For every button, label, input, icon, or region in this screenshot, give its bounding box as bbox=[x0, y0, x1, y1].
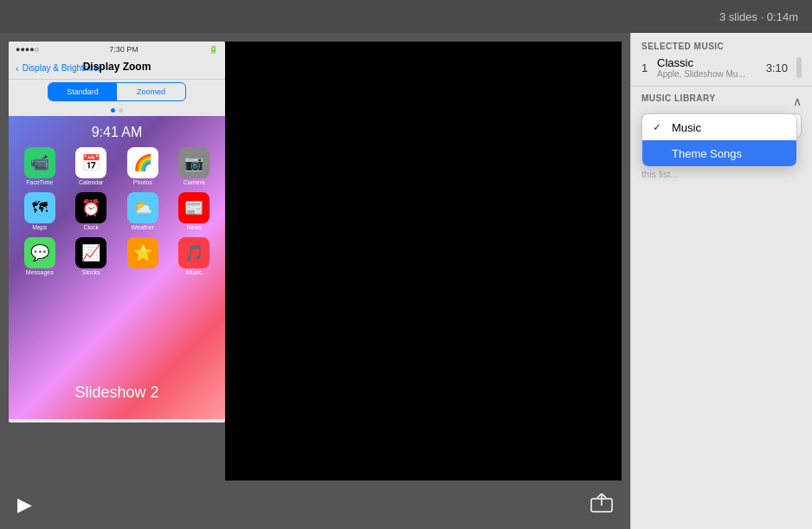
track-subtitle: Apple, Slideshow Mu... bbox=[657, 69, 761, 79]
track-number: 1 bbox=[641, 61, 652, 74]
app-grid: 📹 FaceTime 📅 Calendar 🌈 Photos 📷 bbox=[14, 144, 220, 279]
video-container: ●●●●○ 7:30 PM 🔋 ‹ Display & Brightness D… bbox=[0, 33, 630, 481]
app-clock: ⏰ Clock bbox=[69, 192, 114, 230]
dropdown-option-theme-songs[interactable]: Theme Songs bbox=[642, 140, 796, 166]
track-duration: 3:10 bbox=[766, 61, 788, 74]
dropdown-option-music[interactable]: ✓ Music bbox=[642, 114, 796, 140]
dot-1 bbox=[111, 108, 115, 113]
track-name: Classic bbox=[657, 56, 761, 69]
main-area: ●●●●○ 7:30 PM 🔋 ‹ Display & Brightness D… bbox=[0, 33, 812, 529]
app-messages: 💬 Messages bbox=[17, 237, 62, 275]
right-panel: SELECTED MUSIC 1 Classic Apple, Slidesho… bbox=[630, 33, 812, 529]
video-controls: ▶ bbox=[0, 481, 630, 529]
music-library-section: MUSIC LIBRARY ∧ Music ▾ ✓ Music bbox=[631, 87, 812, 190]
music-library-label: MUSIC LIBRARY bbox=[641, 94, 716, 103]
phone-battery: 🔋 bbox=[209, 45, 218, 54]
track-info: Classic Apple, Slideshow Mu... bbox=[657, 56, 761, 79]
phone-page-title: Display Zoom bbox=[83, 61, 151, 73]
play-icon: ▶ bbox=[17, 494, 32, 515]
phone-time-small: 7:30 PM bbox=[109, 45, 139, 54]
app-calendar: 📅 Calendar bbox=[69, 147, 114, 185]
app-maps: 🗺 Maps bbox=[17, 192, 62, 230]
segment-standard[interactable]: Standard bbox=[48, 83, 117, 100]
export-button[interactable] bbox=[590, 494, 613, 516]
track-handle[interactable] bbox=[796, 57, 802, 78]
app-camera: 📷 Camera bbox=[172, 147, 217, 185]
phone-dots bbox=[9, 104, 225, 116]
export-icon bbox=[590, 494, 613, 513]
checkmark-icon: ✓ bbox=[653, 121, 665, 133]
phone-signal: ●●●●○ bbox=[16, 45, 39, 54]
dot-2 bbox=[119, 108, 123, 113]
phone-nav-bar: ‹ Display & Brightness Display Zoom bbox=[9, 57, 225, 80]
app-music: 🎵 Music bbox=[172, 237, 217, 275]
music-library-header: MUSIC LIBRARY ∧ bbox=[641, 94, 802, 108]
option-music-label: Music bbox=[672, 121, 701, 134]
selected-music-section: SELECTED MUSIC 1 Classic Apple, Slidesho… bbox=[631, 33, 812, 87]
option-theme-songs-label: Theme Songs bbox=[672, 147, 742, 160]
phone-time: 9:41 AM bbox=[14, 125, 220, 140]
phone-status-bar: ●●●●○ 7:30 PM 🔋 bbox=[9, 42, 225, 57]
phone-segment: Standard Zoomed bbox=[48, 82, 186, 101]
app-star: ⭐ bbox=[120, 237, 165, 275]
app-stocks: 📈 Stocks bbox=[69, 237, 114, 275]
chevron-up-icon[interactable]: ∧ bbox=[793, 94, 802, 108]
video-area: ●●●●○ 7:30 PM 🔋 ‹ Display & Brightness D… bbox=[0, 33, 630, 529]
play-button[interactable]: ▶ bbox=[17, 494, 32, 516]
music-source-dropdown: Music ▾ ✓ Music Theme Songs bbox=[641, 113, 802, 138]
app-photos: 🌈 Photos bbox=[120, 147, 165, 185]
phone-segment-bar: Standard Zoomed bbox=[9, 80, 225, 104]
selected-music-label: SELECTED MUSIC bbox=[641, 42, 802, 51]
music-track-row: 1 Classic Apple, Slideshow Mu... 3:10 bbox=[641, 56, 802, 79]
app-news: 📰 News bbox=[172, 192, 217, 230]
black-right-area bbox=[225, 42, 622, 481]
phone-home-screen: 9:41 AM 📹 FaceTime 📅 Calendar 🌈 Photo bbox=[9, 116, 225, 419]
slides-info: 3 slides · 0:14m bbox=[719, 10, 798, 23]
segment-zoomed[interactable]: Zoomed bbox=[117, 83, 185, 100]
app-facetime: 📹 FaceTime bbox=[17, 147, 62, 185]
top-bar: 3 slides · 0:14m bbox=[0, 0, 812, 33]
phone-display: ●●●●○ 7:30 PM 🔋 ‹ Display & Brightness D… bbox=[9, 42, 225, 423]
app-weather: ⛅ Weather bbox=[120, 192, 165, 230]
slideshow-label: Slideshow 2 bbox=[74, 384, 158, 402]
dropdown-menu: ✓ Music Theme Songs bbox=[641, 113, 797, 167]
phone-back-arrow: ‹ bbox=[16, 63, 19, 74]
